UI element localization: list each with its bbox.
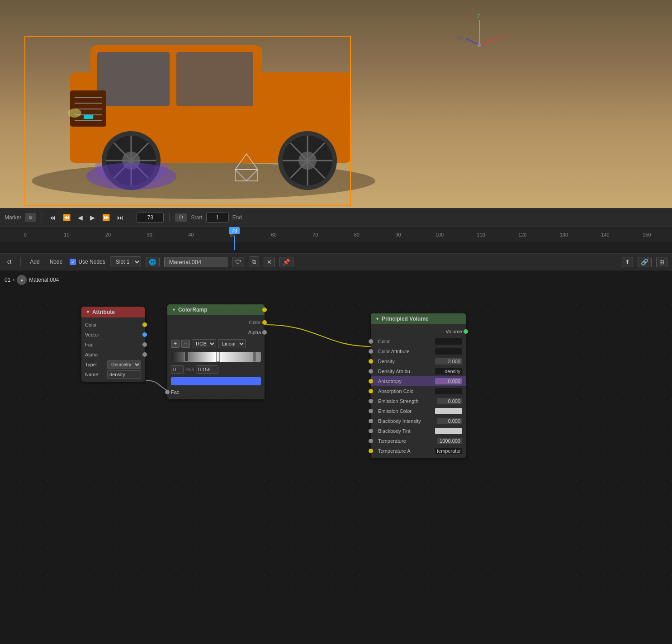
principled-color-attr-input[interactable] [435,348,462,355]
viewport: X Z ZZ [0,0,672,208]
principled-density-attr-input[interactable] [435,368,462,374]
upload-icon-btn[interactable]: ⬆ [622,257,633,267]
frame-cursor-badge: 73 [229,227,240,234]
jump-start-btn[interactable]: ⏮ [47,213,57,222]
colorramp-pos-controls: Pos [167,364,265,375]
principled-absorb-swatch[interactable] [435,388,462,394]
ruler-140: 140 [585,232,626,237]
principled-density-input[interactable] [435,358,462,365]
principled-absorb-label: Absorption Colo [374,388,435,394]
principled-temperature-a-label: Temperature A [374,448,435,454]
ramp-add-btn[interactable]: + [171,340,180,348]
attr-type-select[interactable]: Geometry [107,360,141,369]
principled-blackbody-int-input[interactable] [437,418,462,424]
ramp-interp-select[interactable]: Linear [218,339,246,348]
ruler-100: 100 [419,232,460,237]
prev-keyframe-btn[interactable]: ⏪ [61,213,72,222]
ramp-pos-value[interactable] [196,365,218,374]
copy-icon-btn[interactable]: ⧉ [249,256,259,267]
start-frame-input[interactable] [206,213,229,223]
link-icon-btn[interactable]: 🔗 [638,257,652,267]
attr-alpha-label: Alpha [85,352,98,357]
attr-vector-label: Vector [85,332,99,337]
ramp-handle-left[interactable] [185,352,188,362]
add-btn[interactable]: Add [27,257,42,266]
colorramp-alpha-socket [262,330,267,335]
layout-icon-btn[interactable]: ⊞ [656,257,667,267]
ruler-60: 60 [253,232,295,237]
clock-btn[interactable]: ⏱ [175,213,187,222]
svg-rect-40 [84,115,93,119]
use-nodes-checkbox[interactable]: ✓ [70,259,76,265]
separator-2 [131,213,131,222]
ramp-pos-index[interactable] [171,365,184,374]
principled-emission-str-socket [369,399,373,403]
play-btn[interactable]: ▶ [88,213,97,222]
colorramp-gradient[interactable] [171,352,261,362]
principled-emission-col-swatch[interactable] [435,408,462,414]
close-icon-btn[interactable]: ✕ [264,257,275,267]
colorramp-fac-input-row: Fac [167,387,265,397]
svg-text:Z: Z [477,14,480,19]
colorramp-alpha-out-label: Alpha [248,330,261,335]
attr-name-input[interactable] [107,370,141,379]
colorramp-color-socket [262,320,267,325]
principled-color-attr-label: Color Attribute [374,349,435,354]
marker-label: Marker [5,214,21,221]
pin-icon-btn[interactable]: 📌 [279,257,293,267]
prev-frame-btn[interactable]: ◀ [76,213,85,222]
principled-temperature-a-input[interactable] [435,448,462,454]
principled-volume-node[interactable]: ▼ Principled Volume Volume Color [371,313,466,458]
principled-anisotropy-row[interactable]: Anisotropy [371,376,466,386]
colorramp-fac-in-label: Fac [171,389,179,395]
ruler-30: 30 [129,232,170,237]
principled-emission-str-row: Emission Strength [371,396,466,406]
attr-fac-socket [142,342,147,347]
node-canvas[interactable]: 01 › ● Material.004 ▼ Attribute Color [0,270,672,596]
timeline-keyframe-btn[interactable]: ⊙ [25,213,36,222]
object-select-btn[interactable]: ct [5,257,14,266]
colorramp-node[interactable]: ▼ ColorRamp Color Alpha + [167,304,265,399]
svg-line-33 [479,36,502,45]
principled-temperature-socket [369,439,373,443]
shield-icon-btn[interactable]: 🛡 [232,257,244,267]
world-icon-btn[interactable]: 🌐 [146,257,160,267]
principled-blackbody-tint-swatch[interactable] [435,428,462,434]
material-icon: ● [17,275,27,285]
attribute-node[interactable]: ▼ Attribute Color Vector Fac Alpha [81,307,145,382]
current-frame-display[interactable]: 73 [137,213,164,223]
principled-blackbody-tint-row: Blackbody Tint [371,426,466,436]
principled-node-header: ▼ Principled Volume [371,313,466,324]
ruler-0: 0 [5,232,46,237]
principled-color-swatch[interactable] [435,338,462,345]
principled-temperature-input[interactable] [437,438,462,444]
colorramp-collapse-arrow[interactable]: ▼ [172,308,176,312]
next-frame-btn[interactable]: ⏩ [100,213,112,222]
principled-aniso-socket [369,379,373,384]
attribute-node-title: Attribute [92,309,115,315]
attr-vector-row: Vector [81,330,145,340]
timeline-ruler: 0 10 20 30 40 50 60 70 80 90 100 110 120… [0,227,672,242]
principled-collapse-arrow[interactable]: ▼ [375,317,379,321]
slot-select[interactable]: Slot 1 [110,256,141,267]
ramp-handle-mid[interactable] [216,352,220,362]
ramp-handle-right[interactable] [253,352,256,362]
node-editor: ct Add Node ✓ Use Nodes Slot 1 🌐 🛡 ⧉ ✕ 📌… [0,253,672,597]
collapse-arrow[interactable]: ▼ [86,310,90,314]
colorramp-node-header: ▼ ColorRamp [167,304,265,315]
material-name-input[interactable] [164,257,227,267]
separator-1 [42,213,42,222]
ramp-mode-select[interactable]: RGB [192,339,216,348]
principled-emission-str-input[interactable] [437,398,462,404]
ramp-remove-btn[interactable]: − [181,340,190,348]
use-nodes-container: ✓ Use Nodes [70,259,105,265]
principled-color-label: Color [374,339,435,344]
jump-end-btn[interactable]: ⏭ [115,213,125,222]
colorramp-node-body: Color Alpha + − RGB Linear [167,315,265,399]
principled-density-attr-row: Density Attribu [371,366,466,376]
svg-text:X: X [504,33,508,38]
principled-aniso-input[interactable] [435,378,462,384]
node-btn[interactable]: Node [47,257,66,266]
use-nodes-label: Use Nodes [78,259,105,265]
colorramp-color-bar[interactable] [171,377,261,385]
